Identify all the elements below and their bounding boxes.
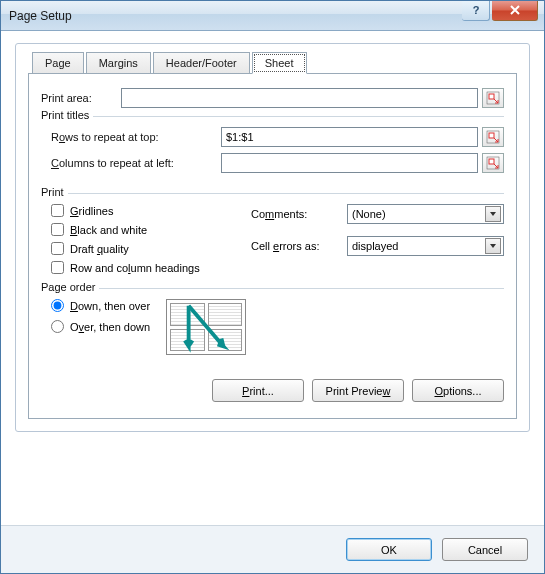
tab-page[interactable]: Page (32, 52, 84, 74)
tab-margins[interactable]: Margins (86, 52, 151, 74)
blackwhite-checkbox-row[interactable]: Black and white (51, 223, 251, 236)
comments-value: (None) (352, 208, 386, 220)
tab-header-footer[interactable]: Header/Footer (153, 52, 250, 74)
svg-rect-2 (489, 94, 494, 99)
print-group: Print Gridlines Black and white Draft qu… (41, 193, 504, 280)
page-order-preview-icon (166, 299, 246, 355)
collapse-dialog-icon (486, 156, 500, 170)
page-order-group: Page order Down, then over Over, then do… (41, 288, 504, 361)
cols-repeat-label: Columns to repeat at left: (51, 157, 221, 169)
draft-checkbox-row[interactable]: Draft quality (51, 242, 251, 255)
cols-repeat-collapse-button[interactable] (482, 153, 504, 173)
cell-errors-combo[interactable]: displayed (347, 236, 504, 256)
print-area-collapse-button[interactable] (482, 88, 504, 108)
over-then-down-radio-row[interactable]: Over, then down (51, 320, 150, 333)
help-button[interactable]: ? (462, 1, 490, 21)
cell-errors-label: Cell errors as: (251, 240, 347, 252)
window-title: Page Setup (9, 9, 462, 23)
svg-rect-4 (489, 133, 494, 138)
draft-checkbox[interactable] (51, 242, 64, 255)
options-button[interactable]: Options... (412, 379, 504, 402)
tab-strip: Page Margins Header/Footer Sheet (32, 52, 517, 74)
over-then-down-radio[interactable] (51, 320, 64, 333)
ok-button[interactable]: OK (346, 538, 432, 561)
page-order-legend: Page order (41, 281, 99, 293)
dialog-footer: OK Cancel (1, 525, 544, 573)
collapse-dialog-icon (486, 130, 500, 144)
rows-repeat-label: Rows to repeat at top: (51, 131, 221, 143)
close-button[interactable] (492, 1, 538, 21)
chevron-down-icon (485, 206, 501, 222)
print-titles-legend: Print titles (41, 109, 93, 121)
down-then-over-radio-row[interactable]: Down, then over (51, 299, 150, 312)
print-button[interactable]: Print... (212, 379, 304, 402)
cancel-button[interactable]: Cancel (442, 538, 528, 561)
comments-label: Comments: (251, 208, 347, 220)
chevron-down-icon (485, 238, 501, 254)
comments-combo[interactable]: (None) (347, 204, 504, 224)
down-then-over-radio[interactable] (51, 299, 64, 312)
gridlines-checkbox[interactable] (51, 204, 64, 217)
sheet-tab-content: Print area: Print titles Rows to repeat … (28, 73, 517, 419)
page-setup-dialog: Page Setup ? Page Margins Header/Footer … (0, 0, 545, 574)
blackwhite-checkbox[interactable] (51, 223, 64, 236)
tab-sheet[interactable]: Sheet (252, 52, 307, 74)
rows-repeat-input[interactable] (221, 127, 478, 147)
cols-repeat-input[interactable] (221, 153, 478, 173)
print-titles-group: Print titles Rows to repeat at top: Colu… (41, 116, 504, 185)
cell-errors-value: displayed (352, 240, 398, 252)
titlebar: Page Setup ? (1, 1, 544, 31)
print-legend: Print (41, 186, 68, 198)
svg-text:?: ? (472, 4, 479, 16)
print-preview-button[interactable]: Print Preview (312, 379, 404, 402)
row-col-headings-checkbox-row[interactable]: Row and column headings (51, 261, 251, 274)
rows-repeat-collapse-button[interactable] (482, 127, 504, 147)
print-area-input[interactable] (121, 88, 478, 108)
row-col-headings-checkbox[interactable] (51, 261, 64, 274)
gridlines-checkbox-row[interactable]: Gridlines (51, 204, 251, 217)
svg-rect-6 (489, 159, 494, 164)
collapse-dialog-icon (486, 91, 500, 105)
